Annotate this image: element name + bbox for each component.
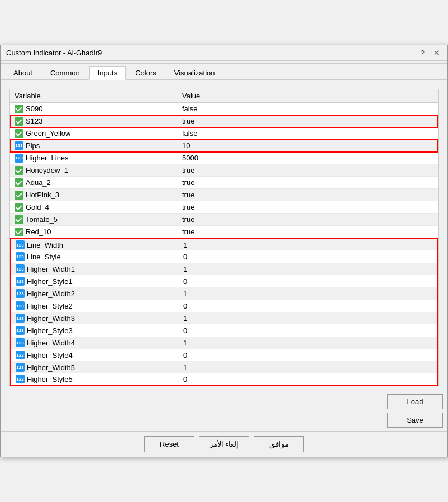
variable-value[interactable]: 0 bbox=[179, 374, 437, 385]
table-row: 123Higher_Style40 bbox=[10, 349, 438, 361]
variable-name: Line_Style bbox=[27, 253, 61, 261]
bool-icon bbox=[15, 228, 23, 236]
tab-colors[interactable]: Colors bbox=[127, 66, 165, 79]
variable-value[interactable]: true bbox=[178, 177, 438, 188]
variable-value[interactable]: true bbox=[178, 226, 438, 237]
variable-name: Tomato_5 bbox=[26, 215, 58, 224]
num-icon: 123 bbox=[15, 154, 23, 163]
variable-value[interactable]: 1 bbox=[179, 240, 437, 250]
variable-name: S090 bbox=[26, 105, 42, 113]
col-value-header: Value bbox=[182, 92, 433, 100]
table-row: Red_10true bbox=[10, 226, 438, 238]
reset-button[interactable]: Reset bbox=[144, 436, 194, 452]
variable-value[interactable]: 0 bbox=[179, 350, 437, 361]
table-row: 123Higher_Style30 bbox=[10, 324, 438, 337]
variable-name: Red_10 bbox=[26, 228, 51, 236]
table-row: 123Higher_Style10 bbox=[10, 275, 438, 287]
bool-icon bbox=[15, 191, 23, 200]
variable-name: Green_Yellow bbox=[26, 129, 70, 138]
num-icon: 123 bbox=[16, 252, 25, 261]
num-icon: 123 bbox=[16, 264, 25, 273]
variable-name: Higher_Style2 bbox=[27, 302, 73, 310]
footer-buttons: Reset إلغاء الأمر موافق bbox=[1, 431, 447, 457]
variable-name: Higher_Lines bbox=[26, 154, 69, 162]
bool-icon bbox=[15, 105, 23, 113]
tab-about[interactable]: About bbox=[5, 66, 41, 79]
variable-value[interactable]: 0 bbox=[179, 276, 437, 287]
variable-value[interactable]: 1 bbox=[179, 264, 437, 274]
table-row: Gold_4true bbox=[10, 201, 438, 214]
table-row: 123Pips10 bbox=[10, 140, 438, 152]
variable-value[interactable]: 1 bbox=[179, 313, 437, 324]
title-bar: Custom Indicator - Al-Ghadir9 ? ✕ bbox=[1, 45, 447, 61]
variable-value[interactable]: 1 bbox=[179, 338, 437, 348]
table-row: 123Higher_Width11 bbox=[10, 263, 438, 275]
table-row: Aqua_2true bbox=[10, 177, 438, 189]
variable-name: Higher_Width2 bbox=[27, 290, 75, 298]
table-row: Honeydew_1true bbox=[10, 164, 438, 177]
table-row: 123Higher_Style50 bbox=[10, 373, 438, 386]
variable-name: S123 bbox=[26, 117, 42, 125]
table-row: 123Line_Width1 bbox=[10, 238, 438, 250]
variable-value[interactable]: false bbox=[178, 128, 438, 139]
tab-inputs[interactable]: Inputs bbox=[89, 66, 126, 80]
cancel-button[interactable]: إلغاء الأمر bbox=[199, 436, 249, 452]
variable-value[interactable]: true bbox=[178, 165, 438, 176]
variable-name: Line_Width bbox=[27, 241, 63, 249]
table-row: 123Higher_Lines5000 bbox=[10, 152, 438, 164]
variable-name: Higher_Width5 bbox=[27, 363, 75, 372]
table-row: 123Higher_Width31 bbox=[10, 312, 438, 324]
variable-name: Higher_Style4 bbox=[27, 351, 73, 359]
variable-name: Pips bbox=[26, 141, 40, 150]
variable-value[interactable]: 0 bbox=[179, 252, 437, 262]
variable-value[interactable]: 1 bbox=[179, 288, 437, 299]
variable-value[interactable]: true bbox=[178, 116, 438, 126]
num-icon: 123 bbox=[16, 314, 25, 323]
title-controls: ? ✕ bbox=[418, 49, 442, 57]
table-row: 123Higher_Width41 bbox=[10, 337, 438, 349]
bool-icon bbox=[15, 166, 23, 175]
close-button[interactable]: ✕ bbox=[431, 49, 442, 57]
table-row: Green_Yellowfalse bbox=[10, 127, 438, 140]
variable-value[interactable]: 5000 bbox=[178, 153, 438, 163]
action-buttons: Load Save bbox=[1, 391, 447, 431]
window-title: Custom Indicator - Al-Ghadir9 bbox=[6, 49, 102, 57]
variable-name: Higher_Style5 bbox=[27, 375, 73, 383]
bool-icon bbox=[15, 129, 23, 138]
load-button[interactable]: Load bbox=[387, 394, 443, 409]
num-icon: 123 bbox=[16, 326, 25, 335]
variable-value[interactable]: 0 bbox=[179, 301, 437, 311]
variable-name: Higher_Style3 bbox=[27, 326, 73, 335]
bool-icon bbox=[15, 215, 23, 224]
variable-name: Honeydew_1 bbox=[26, 166, 68, 174]
main-window: Custom Indicator - Al-Ghadir9 ? ✕ AboutC… bbox=[0, 45, 448, 457]
variable-value[interactable]: false bbox=[178, 103, 438, 114]
table-row: S090false bbox=[10, 103, 438, 115]
table-body: S090falseS123trueGreen_Yellowfalse123Pip… bbox=[10, 103, 438, 386]
tab-visualization[interactable]: Visualization bbox=[166, 66, 223, 79]
variable-value[interactable]: 0 bbox=[179, 325, 437, 336]
bool-icon bbox=[15, 117, 23, 126]
tab-common[interactable]: Common bbox=[42, 66, 88, 79]
variable-value[interactable]: true bbox=[178, 214, 438, 225]
table-header: Variable Value bbox=[10, 89, 438, 103]
table-row: 123Higher_Width21 bbox=[10, 287, 438, 300]
table-row: Tomato_5true bbox=[10, 214, 438, 226]
variable-value[interactable]: true bbox=[178, 190, 438, 200]
num-icon: 123 bbox=[16, 351, 25, 359]
variable-value[interactable]: 1 bbox=[179, 362, 437, 373]
num-icon: 123 bbox=[16, 301, 25, 310]
table-container: Variable Value S090falseS123trueGreen_Ye… bbox=[9, 89, 439, 386]
bool-icon bbox=[15, 203, 23, 212]
variable-name: Higher_Width1 bbox=[27, 265, 75, 273]
variable-value[interactable]: 10 bbox=[178, 140, 438, 151]
table-row: HotPink_3true bbox=[10, 189, 438, 201]
variable-value[interactable]: true bbox=[178, 202, 438, 212]
num-icon: 123 bbox=[16, 363, 25, 372]
num-icon: 123 bbox=[16, 289, 25, 298]
num-icon: 123 bbox=[16, 240, 25, 249]
bool-icon bbox=[15, 178, 23, 187]
save-button[interactable]: Save bbox=[387, 413, 443, 428]
ok-button[interactable]: موافق bbox=[254, 436, 304, 452]
help-button[interactable]: ? bbox=[418, 49, 427, 57]
